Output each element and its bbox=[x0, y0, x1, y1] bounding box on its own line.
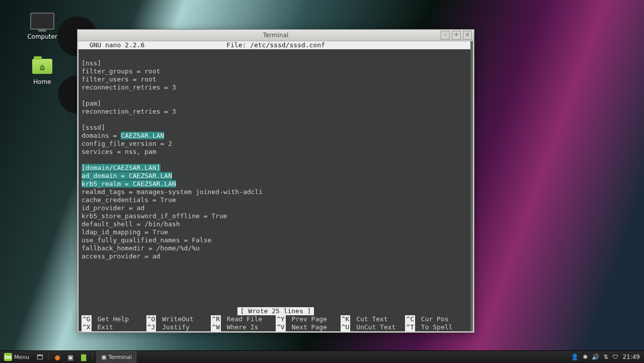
shortcut-key: ^R bbox=[211, 315, 221, 323]
editor-line: reconnection_retries = 3 bbox=[82, 108, 470, 116]
nano-shortcut: ^K Cut Text bbox=[341, 315, 406, 323]
user-tray-icon[interactable]: 👤 bbox=[571, 353, 579, 360]
network-tray-icon[interactable]: ⇅ bbox=[603, 353, 608, 360]
editor-line: id_provider = ad bbox=[82, 204, 470, 212]
system-tray: 👤 ✱ 🔊 ⇅ 🛡 21:49 bbox=[571, 353, 644, 360]
bluetooth-tray-icon[interactable]: ✱ bbox=[583, 353, 588, 360]
window-title: Terminal bbox=[263, 32, 289, 39]
editor-line bbox=[82, 116, 470, 124]
shortcut-label: WriteOut bbox=[158, 315, 193, 323]
show-desktop-button[interactable]: 🗔 bbox=[35, 352, 45, 362]
nano-shortcut: ^X Exit bbox=[82, 323, 146, 331]
editor-line: services = nss, pam bbox=[82, 148, 470, 156]
shortcut-key: ^O bbox=[146, 315, 156, 323]
desktop-icon-computer[interactable]: Computer bbox=[22, 11, 62, 40]
editor-line bbox=[82, 92, 470, 100]
nano-shortcut: ^U UnCut Text bbox=[341, 323, 406, 331]
shortcut-label: Exit bbox=[94, 323, 113, 331]
taskbar-separator bbox=[48, 353, 49, 361]
editor-line bbox=[82, 156, 470, 164]
editor-line: [pam] bbox=[82, 100, 470, 108]
shortcut-key: ^X bbox=[82, 323, 92, 331]
menu-label: Menu bbox=[14, 354, 29, 360]
editor-line: ldap_id_mapping = True bbox=[82, 228, 470, 236]
nano-shortcut: ^G Get Help bbox=[82, 315, 146, 323]
nano-status-message: [ Wrote 25 lines ] bbox=[237, 307, 314, 315]
shortcut-label: Where Is bbox=[223, 323, 258, 331]
window-minimize-button[interactable]: – bbox=[441, 31, 450, 40]
shortcut-label: Cut Text bbox=[352, 315, 387, 323]
editor-line: ad_domain = CAEZSAR.LAN bbox=[82, 172, 470, 180]
editor-line: reconnection_retries = 3 bbox=[82, 83, 470, 92]
editor-line: domains = CAEZSAR.LAN bbox=[82, 132, 470, 140]
nano-shortcut: ^V Next Page bbox=[276, 323, 341, 331]
editor-line: [domain/CAEZSAR.LAN] bbox=[82, 164, 470, 172]
shortcut-label: Next Page bbox=[288, 323, 327, 331]
editor-line: cache_credentials = True bbox=[82, 196, 470, 204]
volume-tray-icon[interactable]: 🔊 bbox=[592, 353, 599, 360]
editor-line: access_provider = ad bbox=[82, 252, 470, 260]
firefox-launcher[interactable]: ● bbox=[52, 352, 62, 362]
shortcut-key: ^W bbox=[211, 323, 221, 331]
nano-shortcut: ^W Where Is bbox=[211, 323, 276, 331]
shortcut-label: To Spell bbox=[417, 323, 452, 331]
desktop-icon-label: Computer bbox=[22, 33, 62, 40]
desktop-icon-home[interactable]: Home bbox=[22, 56, 62, 85]
desktop-icon-label: Home bbox=[22, 78, 62, 85]
nano-shortcut: ^O WriteOut bbox=[146, 315, 211, 323]
shortcut-key: ^U bbox=[341, 323, 351, 331]
terminal-icon: ▣ bbox=[101, 354, 106, 360]
editor-line: fallback_homedir = /home/%d/%u bbox=[82, 244, 470, 252]
shortcut-key: ^C bbox=[405, 315, 415, 323]
nano-editor-content[interactable]: [nss]filter_groups = rootfilter_users = … bbox=[78, 49, 473, 260]
window-maximize-button[interactable]: + bbox=[452, 31, 461, 40]
shortcut-key: ^V bbox=[276, 323, 286, 331]
nano-header: GNU nano 2.2.6 File: /etc/sssd/sssd.conf bbox=[78, 41, 473, 49]
terminal-scrollbar[interactable] bbox=[470, 41, 473, 331]
shield-tray-icon[interactable]: 🛡 bbox=[612, 353, 618, 360]
editor-line: [nss] bbox=[82, 59, 470, 67]
terminal-launcher[interactable]: ▣ bbox=[65, 352, 75, 362]
editor-line: filter_users = root bbox=[82, 75, 470, 83]
shortcut-key: ^T bbox=[405, 323, 415, 331]
terminal-window[interactable]: Terminal – + × GNU nano 2.2.6 File: /etc… bbox=[77, 29, 474, 333]
editor-line: realmd_tags = manages-system joined-with… bbox=[82, 188, 470, 196]
shortcut-label: Prev Page bbox=[288, 315, 327, 323]
nano-file-name: File: /etc/sssd/sssd.conf bbox=[78, 41, 473, 49]
shortcut-label: Cur Pos bbox=[417, 315, 449, 323]
home-folder-icon bbox=[32, 59, 52, 74]
editor-line: default_shell = /bin/bash bbox=[82, 220, 470, 228]
terminal-body[interactable]: GNU nano 2.2.6 File: /etc/sssd/sssd.conf… bbox=[78, 41, 473, 331]
shortcut-label: Read File bbox=[223, 315, 262, 323]
editor-line: krb5_store_password_if_offline = True bbox=[82, 212, 470, 220]
editor-line: use_fully_qualified_names = False bbox=[82, 236, 470, 244]
editor-line: krb5_realm = CAEZSAR.LAN bbox=[82, 180, 470, 188]
shortcut-label: Justify bbox=[158, 323, 190, 331]
taskbar-clock[interactable]: 21:49 bbox=[622, 353, 640, 360]
files-launcher[interactable]: ▇ bbox=[78, 352, 89, 362]
taskbar[interactable]: lm Menu 🗔 ● ▣ ▇ ▣ Terminal 👤 ✱ 🔊 ⇅ 🛡 21:… bbox=[0, 350, 644, 363]
shortcut-key: ^K bbox=[341, 315, 351, 323]
taskbar-separator bbox=[92, 353, 93, 361]
editor-line: config_file_version = 2 bbox=[82, 140, 470, 148]
shortcut-label: UnCut Text bbox=[352, 323, 395, 331]
editor-line bbox=[82, 51, 470, 59]
editor-line: filter_groups = root bbox=[82, 67, 470, 75]
window-close-button[interactable]: × bbox=[463, 31, 472, 40]
taskbar-task-terminal[interactable]: ▣ Terminal bbox=[97, 351, 136, 362]
nano-shortcut-bar: ^G Get Help^O WriteOut^R Read File^Y Pre… bbox=[82, 315, 470, 331]
menu-button[interactable]: lm Menu bbox=[0, 351, 33, 363]
nano-shortcut: ^J Justify bbox=[146, 323, 211, 331]
computer-icon bbox=[30, 13, 54, 30]
mint-logo-icon: lm bbox=[4, 353, 12, 361]
taskbar-task-label: Terminal bbox=[109, 354, 132, 360]
window-titlebar[interactable]: Terminal – + × bbox=[77, 30, 474, 41]
nano-shortcut: ^C Cur Pos bbox=[405, 315, 470, 323]
nano-shortcut: ^R Read File bbox=[211, 315, 276, 323]
shortcut-key: ^J bbox=[146, 323, 156, 331]
shortcut-label: Get Help bbox=[94, 315, 129, 323]
editor-line: [sssd] bbox=[82, 124, 470, 132]
shortcut-key: ^Y bbox=[276, 315, 286, 323]
nano-shortcut: ^Y Prev Page bbox=[276, 315, 341, 323]
nano-shortcut: ^T To Spell bbox=[405, 323, 470, 331]
